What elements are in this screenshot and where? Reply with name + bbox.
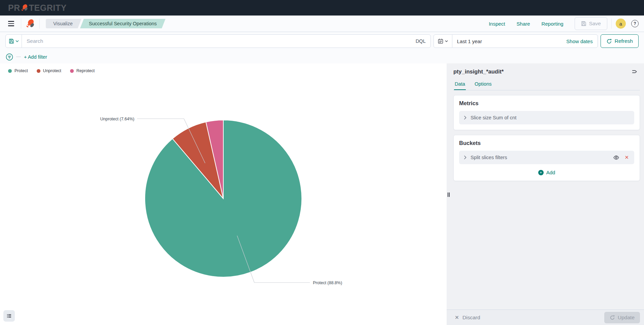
show-dates-button[interactable]: Show dates [561, 38, 597, 44]
toggle-visibility-eye-icon[interactable] [613, 154, 620, 161]
breadcrumb-current-page: Successful Security Operations [80, 19, 165, 28]
saved-query-icon [9, 38, 14, 44]
tab-data[interactable]: Data [454, 80, 466, 90]
app-logo-icon [25, 19, 35, 29]
pie-slice-callout-label: Protect (88.8%) [313, 280, 342, 285]
filter-icon[interactable] [6, 53, 13, 61]
divider [21, 19, 21, 29]
legend-item-protect[interactable]: Protect [8, 68, 28, 73]
remove-bucket-icon[interactable]: ✕ [624, 154, 630, 161]
metric-row-slice-size[interactable]: Slice size Sum of cnt [459, 111, 634, 124]
tab-options[interactable]: Options [474, 80, 492, 90]
buckets-card: Buckets Split slices filters ✕ [453, 135, 640, 181]
help-icon[interactable]: ? [631, 20, 639, 27]
refresh-icon [610, 315, 615, 320]
legend-dot-protect [8, 69, 12, 73]
legend-item-reprotect[interactable]: Reprotect [70, 68, 95, 73]
search-box: DQL [5, 34, 431, 48]
save-button[interactable]: Save [575, 17, 607, 30]
discard-button[interactable]: ✕ Discard [455, 315, 480, 321]
panel-resize-handle[interactable] [448, 193, 450, 197]
app-page: PR TEGRITY Visual [0, 0, 644, 325]
save-icon [581, 21, 586, 26]
divider [611, 19, 612, 29]
legend-dot-reprotect [70, 69, 74, 73]
update-button[interactable]: Update [604, 312, 640, 323]
refresh-button[interactable]: Refresh [601, 34, 639, 48]
protegrity-logo: PR TEGRITY [8, 3, 67, 13]
calendar-icon [438, 38, 443, 44]
brand-text-prefix: PR [8, 3, 20, 13]
plus-circle-icon: + [538, 170, 544, 175]
query-language-button[interactable]: DQL [411, 38, 430, 44]
legend-dot-unprotect [37, 69, 40, 73]
content-area: Protect Unprotect Reprotect Unprotect (7… [0, 63, 644, 325]
search-input[interactable] [22, 35, 411, 48]
collapse-panel-icon[interactable] [631, 68, 638, 75]
divider [39, 19, 40, 29]
metrics-heading: Metrics [459, 100, 634, 107]
panel-footer: ✕ Discard Update [447, 309, 644, 325]
query-bar: DQL Last 1 year Show dates [0, 32, 644, 50]
close-icon: ✕ [455, 315, 459, 321]
breadcrumb-visualize[interactable]: Visualize [46, 19, 82, 28]
pie-chart: Unprotect (7.64%)Protect (88.8%) [0, 63, 447, 325]
menu-icon[interactable] [5, 18, 17, 29]
reporting-button[interactable]: Reporting [542, 21, 564, 27]
date-picker: Last 1 year Show dates [433, 34, 598, 48]
add-bucket-button[interactable]: + Add [538, 170, 555, 175]
chart-legend: Protect Unprotect Reprotect [8, 68, 95, 73]
brand-text-suffix: TEGRITY [29, 3, 67, 13]
inspect-button[interactable]: Inspect [489, 21, 505, 27]
protegrity-logo-icon [21, 4, 29, 12]
refresh-icon [606, 38, 612, 44]
buckets-heading: Buckets [459, 140, 634, 146]
chevron-down-icon [15, 40, 19, 42]
visualization-panel: Protect Unprotect Reprotect Unprotect (7… [0, 63, 447, 325]
app-header: Visualize Successful Security Operations… [0, 16, 644, 32]
index-pattern-title: pty_insight_*audit* [453, 68, 504, 75]
filter-bar: + Add filter [0, 50, 644, 63]
bucket-row-split-slices[interactable]: Split slices filters ✕ [459, 151, 634, 164]
chevron-right-icon [464, 116, 466, 120]
avatar[interactable]: a [616, 19, 626, 29]
timerange-value[interactable]: Last 1 year [452, 38, 487, 44]
calendar-button[interactable] [434, 35, 452, 48]
filter-separator [16, 57, 21, 57]
panel-tabs: Data Options [453, 80, 640, 90]
saved-query-button[interactable] [6, 35, 22, 48]
brand-bar: PR TEGRITY [0, 0, 644, 16]
legend-toggle-button[interactable] [3, 310, 15, 322]
chevron-down-icon [445, 40, 448, 42]
add-filter-button[interactable]: + Add filter [24, 54, 47, 60]
chevron-right-icon [464, 155, 466, 159]
breadcrumb: Visualize Successful Security Operations [46, 19, 165, 28]
pie-slice-callout-label: Unprotect (7.64%) [100, 117, 134, 121]
metrics-card: Metrics Slice size Sum of cnt [453, 95, 640, 130]
legend-item-unprotect[interactable]: Unprotect [37, 68, 61, 73]
list-icon [6, 313, 12, 319]
share-button[interactable]: Share [517, 21, 530, 27]
editor-side-panel: pty_insight_*audit* Data Options Metrics [447, 63, 644, 325]
